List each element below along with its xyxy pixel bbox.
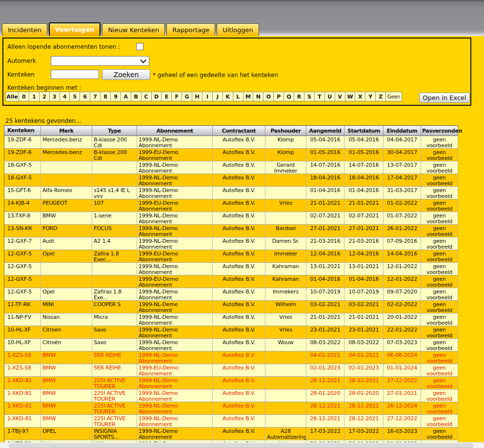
alphabet-filter-b[interactable]: B: [131, 92, 141, 101]
table-row[interactable]: 11-TF-RKMINICOOPER S1999-NL-Demo Abonnem…: [4, 301, 458, 313]
table-row[interactable]: 1-TBJ-97OPELINSIGNIA SPORTS...1999-NL-De…: [4, 428, 458, 440]
table-row[interactable]: 12-GXF-5OpelZafira 1.8 Exec...1999-EU-De…: [4, 250, 458, 263]
alphabet-filter-h[interactable]: H: [192, 92, 202, 101]
alphabet-filter-2[interactable]: 2: [40, 92, 50, 101]
table-cell: [265, 364, 306, 377]
table-cell: Autoflex B.V.: [213, 402, 265, 415]
table-row[interactable]: 10-HL-XFCitroënSaxo1999-NL-Demo Abonneme…: [4, 339, 458, 351]
alphabet-filter-6[interactable]: 6: [80, 92, 90, 101]
zoeken-button[interactable]: Zoeken: [102, 69, 150, 80]
column-header-pasverzonden[interactable]: Pasverzonden: [421, 126, 458, 136]
column-header-abonnement[interactable]: Abonnement: [137, 126, 213, 136]
automerk-select[interactable]: [51, 56, 149, 66]
table-row[interactable]: 1-XKD-81BMW225I ACTIVE TOURER1999-NL-Dem…: [4, 377, 458, 390]
table-cell: 04-01-2021: [344, 351, 383, 364]
alphabet-filter-x[interactable]: X: [355, 92, 365, 101]
alphabet-filter-n[interactable]: N: [253, 92, 263, 101]
table-cell: Immeker: [265, 250, 306, 263]
table-row[interactable]: 12-GXF-5OpelZafiras 1.8 Exe...1999-NL-De…: [4, 288, 458, 301]
table-row[interactable]: 14-KJB-4PEUGEOT1071999-EU-Demo Abonnemen…: [4, 199, 458, 212]
table-cell: 10-07-2019: [344, 288, 383, 301]
alphabet-filter-8[interactable]: 8: [101, 92, 111, 101]
alphabet-filter-m[interactable]: M: [243, 92, 254, 101]
table-cell: 28-12-2021: [344, 415, 383, 428]
column-header-einddatum[interactable]: Einddatum: [383, 126, 421, 136]
alphabet-filter-z[interactable]: Z: [376, 92, 386, 101]
alphabet-filter-0[interactable]: 0: [19, 92, 29, 101]
alphabet-filter-l[interactable]: L: [233, 92, 243, 101]
alphabet-filter-e[interactable]: E: [161, 92, 172, 101]
alphabet-filter-s[interactable]: S: [304, 92, 315, 101]
alphabet-filter-w[interactable]: W: [345, 92, 356, 101]
table-row[interactable]: 13-TXP-8BMW1-serie1999-NL-Demo Abonnemen…: [4, 212, 458, 225]
alphabet-filter-7[interactable]: 7: [90, 92, 101, 101]
alphabet-filter-a[interactable]: A: [121, 92, 131, 101]
horizontal-scrollbar[interactable]: [0, 442, 484, 448]
column-header-merk[interactable]: Merk: [41, 126, 92, 136]
alphabet-filter-1[interactable]: 1: [29, 92, 40, 101]
column-header-type[interactable]: Type: [92, 126, 137, 136]
alphabet-filter-k[interactable]: K: [223, 92, 233, 101]
table-row[interactable]: 1-XKD-81BMW225I ACTIVE TOURER1999-NL-Dem…: [4, 402, 458, 415]
kenteken-input[interactable]: [51, 70, 99, 79]
table-row[interactable]: 1-XZS-58BMW5ER REIHE1999-NL-Demo Abonnem…: [4, 351, 458, 364]
table-row[interactable]: 1-XKD-81BMW225I ACTIVE TOURER1999-NL-Dem…: [4, 415, 458, 428]
alphabet-filter-alle[interactable]: Alle: [6, 92, 19, 101]
alphabet-filter-5[interactable]: 5: [70, 92, 80, 101]
alphabet-filter-3[interactable]: 3: [50, 92, 60, 101]
alphabet-filter-i[interactable]: I: [202, 92, 213, 101]
alphabet-filter-9[interactable]: 9: [111, 92, 121, 101]
alphabet-filter-r[interactable]: R: [294, 92, 304, 101]
table-row[interactable]: 15-GFT-6Alfa Romeos145 s1.4 IE L vvv1999…: [4, 187, 458, 199]
lopende-abonnementen-checkbox[interactable]: [136, 43, 143, 50]
table-cell: BMW: [41, 390, 92, 402]
tab-nieuw-kenteken[interactable]: Nieuw Kenteken: [102, 23, 165, 36]
table-cell: 30-04-2017: [383, 149, 421, 161]
table-row[interactable]: 12-GXF-7AudiA2 1.41999-NL-Demo Abonnemen…: [4, 237, 458, 250]
tab-rapportage[interactable]: Rapportage: [166, 23, 215, 36]
column-header-startdatum[interactable]: Startdatum: [344, 126, 383, 136]
table-row[interactable]: 19-ZDF-6Mercedes-benzB-klasse 200 Cdi199…: [4, 136, 458, 149]
table-row[interactable]: 10-HL-XFCitroenSaxo1999-NL-Demo Abonneme…: [4, 326, 458, 339]
table-row[interactable]: 1-XZS-58BMW5ER REIHE1999-EU-Demo Abonnem…: [4, 364, 458, 377]
table-row[interactable]: 12-GXF-51999-NL-Demo AbonnementAutoflex …: [4, 263, 458, 275]
alphabet-filter-p[interactable]: P: [274, 92, 284, 101]
table-row[interactable]: 18-GXF-51999-NL-Demo AbonnementAutoflex …: [4, 161, 458, 174]
column-header-contractant[interactable]: Contractant: [213, 126, 265, 136]
lopende-abonnementen-label: Alleen lopende abonnementen tonen :: [7, 43, 120, 50]
table-row[interactable]: 1-XKD-81BMW225I ACTIVE TOURER1999-NL-Dem…: [4, 390, 458, 402]
alphabet-filter-4[interactable]: 4: [60, 92, 70, 101]
alphabet-filter-y[interactable]: Y: [365, 92, 376, 101]
alphabet-filter-geen[interactable]: Geen: [386, 92, 402, 101]
column-header-pashouder[interactable]: Pashouder: [265, 126, 306, 136]
column-header-kenteken[interactable]: ▲Kenteken: [4, 126, 41, 136]
table-row[interactable]: 12-GXF-51999-EU-Demo AbonnementAutoflex …: [4, 275, 458, 288]
tab-uitloggen[interactable]: Uitloggen: [217, 23, 259, 36]
tab-incidenten[interactable]: Incidenten: [2, 23, 47, 36]
alphabet-filter-f[interactable]: F: [172, 92, 182, 101]
table-cell: Opel: [41, 288, 92, 301]
alphabet-filter-q[interactable]: Q: [284, 92, 294, 101]
table-row[interactable]: 18-GXF-51999-NL-Demo AbonnementAutoflex …: [4, 174, 458, 187]
table-cell: geen voorbeeld: [421, 415, 458, 428]
alphabet-filter-u[interactable]: U: [325, 92, 335, 101]
scrollbar-thumb[interactable]: [9, 444, 473, 448]
alphabet-filter-j[interactable]: J: [213, 92, 223, 101]
alphabet-filter-t[interactable]: T: [315, 92, 325, 101]
table-row[interactable]: 19-ZDF-6Mercedes-benzB-klasse 200 Cdi199…: [4, 149, 458, 161]
alphabet-filter-c[interactable]: C: [141, 92, 152, 101]
alphabet-filter-v[interactable]: V: [335, 92, 345, 101]
tab-voertuigen[interactable]: Voertuigen: [49, 22, 101, 36]
table-cell: 13-01-2021: [344, 263, 383, 275]
table-cell: geen voorbeeld: [421, 339, 458, 351]
table-cell: Autoflex B.V.: [213, 377, 265, 390]
table-cell: BMW: [41, 377, 92, 390]
alphabet-filter-d[interactable]: D: [152, 92, 162, 101]
column-header-aangemeld[interactable]: Aangemeld: [306, 126, 344, 136]
table-row[interactable]: 11-NP-FVNissanMicra1999-NL-Demo Abonneme…: [4, 313, 458, 326]
table-row[interactable]: 13-SN-KRFORDFOCUS1999-NL-Demo Abonnement…: [4, 225, 458, 237]
alphabet-filter-g[interactable]: G: [182, 92, 192, 101]
alphabet-filter-o[interactable]: O: [263, 92, 274, 101]
results-table: ▲KentekenMerkTypeAbonnementContractantPa…: [4, 125, 458, 448]
open-in-excel-button[interactable]: Open in Excel: [419, 93, 470, 103]
